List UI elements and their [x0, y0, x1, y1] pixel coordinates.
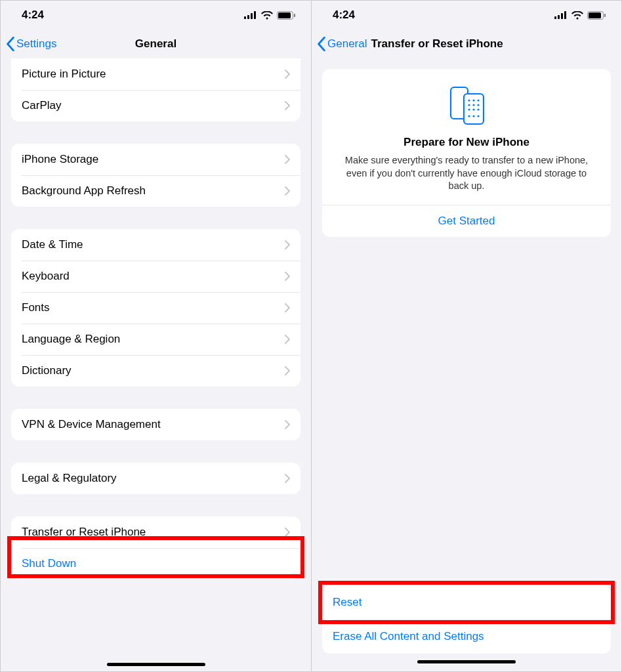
svg-rect-0 — [244, 16, 246, 19]
row-shut-down[interactable]: Shut Down — [11, 548, 301, 579]
svg-point-20 — [472, 104, 474, 106]
cellular-icon — [554, 11, 568, 19]
chevron-right-icon — [285, 186, 290, 196]
row-label: Background App Refresh — [22, 184, 285, 198]
status-indicators — [554, 11, 606, 20]
chevron-left-icon — [6, 37, 15, 51]
chevron-right-icon — [285, 155, 290, 164]
svg-point-18 — [477, 99, 479, 101]
svg-rect-12 — [589, 12, 601, 18]
battery-icon — [277, 11, 295, 20]
chevron-right-icon — [285, 240, 290, 249]
row-label: Picture in Picture — [22, 68, 285, 81]
row-language-region[interactable]: Language & Region — [11, 324, 301, 355]
home-indicator[interactable] — [107, 663, 205, 666]
card-title: Prepare for New iPhone — [333, 136, 600, 149]
settings-group: VPN & Device Management — [11, 409, 301, 440]
row-label: Language & Region — [22, 333, 285, 346]
row-label: CarPlay — [22, 99, 285, 112]
reset-group: Reset Erase All Content and Settings — [322, 585, 611, 654]
row-label: Shut Down — [22, 557, 290, 570]
chevron-right-icon — [285, 420, 290, 429]
row-dictionary[interactable]: Dictionary — [11, 355, 301, 387]
settings-group: Picture in Picture CarPlay — [11, 58, 301, 121]
status-bar: 4:24 — [1, 1, 311, 30]
wifi-icon — [261, 11, 273, 20]
row-label: Keyboard — [22, 270, 285, 283]
row-label: Dictionary — [22, 364, 285, 377]
row-carplay[interactable]: CarPlay — [11, 90, 301, 121]
row-label: Fonts — [22, 301, 285, 314]
nav-bar: Settings General — [1, 30, 311, 58]
row-fonts[interactable]: Fonts — [11, 292, 301, 324]
chevron-right-icon — [285, 101, 290, 110]
chevron-right-icon — [285, 528, 290, 537]
svg-rect-8 — [558, 15, 560, 19]
back-button[interactable]: Settings — [6, 37, 56, 51]
settings-group: iPhone Storage Background App Refresh — [11, 144, 301, 207]
chevron-right-icon — [285, 70, 290, 79]
svg-point-22 — [468, 108, 470, 110]
chevron-right-icon — [285, 474, 290, 483]
svg-rect-9 — [561, 13, 563, 19]
svg-rect-5 — [278, 12, 291, 18]
back-label: Settings — [16, 37, 56, 51]
page-title: Transfer or Reset iPhone — [371, 37, 503, 51]
row-label: iPhone Storage — [22, 153, 285, 166]
chevron-left-icon — [317, 37, 326, 51]
bottom-area: Reset Erase All Content and Settings — [312, 585, 621, 671]
phone-left: 4:24 Settings General Picture in Picture… — [1, 1, 311, 671]
svg-point-21 — [477, 104, 479, 106]
svg-point-19 — [468, 104, 470, 106]
svg-rect-3 — [254, 11, 256, 19]
row-label: Reset — [333, 596, 600, 609]
row-erase-all[interactable]: Erase All Content and Settings — [322, 620, 611, 654]
svg-rect-1 — [247, 15, 249, 19]
row-legal-regulatory[interactable]: Legal & Regulatory — [11, 463, 301, 494]
row-label: Erase All Content and Settings — [333, 630, 600, 643]
status-bar: 4:24 — [312, 1, 621, 30]
home-indicator[interactable] — [417, 660, 516, 663]
row-vpn-device-management[interactable]: VPN & Device Management — [11, 409, 301, 440]
battery-icon — [587, 11, 606, 20]
svg-point-27 — [477, 115, 479, 117]
row-transfer-reset[interactable]: Transfer or Reset iPhone — [11, 516, 301, 548]
settings-group: Date & Time Keyboard Fonts Language & Re… — [11, 229, 301, 387]
content: Prepare for New iPhone Make sure everyth… — [312, 58, 621, 671]
cellular-icon — [244, 11, 257, 19]
row-keyboard[interactable]: Keyboard — [11, 261, 301, 292]
back-label: General — [327, 37, 367, 51]
row-background-app-refresh[interactable]: Background App Refresh — [11, 175, 301, 207]
row-date-time[interactable]: Date & Time — [11, 229, 301, 261]
svg-rect-10 — [564, 11, 566, 19]
svg-point-26 — [472, 115, 474, 117]
svg-point-17 — [472, 99, 474, 101]
status-time: 4:24 — [22, 9, 44, 22]
card-subtitle: Make sure everything's ready to transfer… — [333, 154, 600, 193]
svg-rect-2 — [251, 13, 253, 19]
status-indicators — [244, 11, 295, 20]
phone-right: 4:24 General Transfer or Reset iPhone — [311, 1, 621, 671]
back-button[interactable]: General — [317, 37, 367, 51]
content: Picture in Picture CarPlay iPhone Storag… — [1, 58, 311, 671]
row-iphone-storage[interactable]: iPhone Storage — [11, 144, 301, 175]
chevron-right-icon — [285, 366, 290, 375]
row-label: VPN & Device Management — [22, 418, 285, 431]
transfer-devices-icon — [444, 86, 489, 125]
row-label: Date & Time — [22, 238, 285, 251]
svg-point-16 — [468, 99, 470, 101]
chevron-right-icon — [285, 303, 290, 312]
chevron-right-icon — [285, 272, 290, 281]
wifi-icon — [571, 11, 583, 20]
settings-group: Transfer or Reset iPhone Shut Down — [11, 516, 301, 579]
nav-bar: General Transfer or Reset iPhone — [312, 30, 621, 58]
row-label: Transfer or Reset iPhone — [22, 526, 285, 539]
svg-rect-7 — [554, 16, 556, 19]
svg-rect-6 — [294, 14, 295, 17]
get-started-button[interactable]: Get Started — [333, 205, 600, 237]
row-picture-in-picture[interactable]: Picture in Picture — [11, 58, 301, 90]
prepare-card: Prepare for New iPhone Make sure everyth… — [322, 69, 611, 237]
chevron-right-icon — [285, 335, 290, 344]
row-reset[interactable]: Reset — [322, 585, 611, 620]
svg-rect-13 — [604, 14, 606, 17]
